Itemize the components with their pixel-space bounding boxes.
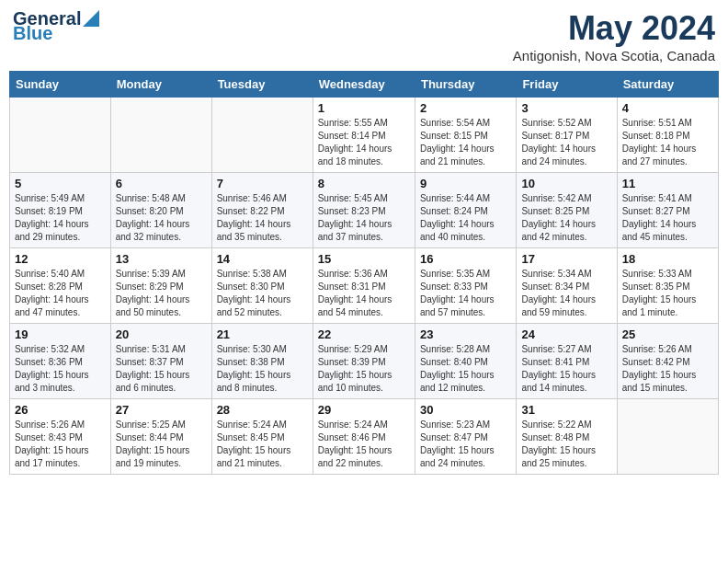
calendar-week-row: 1Sunrise: 5:55 AM Sunset: 8:14 PM Daylig… bbox=[10, 98, 719, 173]
day-number: 30 bbox=[420, 403, 511, 417]
day-number: 19 bbox=[15, 327, 106, 341]
table-row: 24Sunrise: 5:27 AM Sunset: 8:41 PM Dayli… bbox=[517, 324, 617, 399]
col-tuesday: Tuesday bbox=[211, 72, 313, 98]
table-row: 6Sunrise: 5:48 AM Sunset: 8:20 PM Daylig… bbox=[110, 173, 211, 248]
day-number: 6 bbox=[116, 177, 207, 190]
day-number: 26 bbox=[15, 403, 106, 417]
day-info: Sunrise: 5:52 AM Sunset: 8:17 PM Dayligh… bbox=[521, 117, 611, 168]
table-row: 1Sunrise: 5:55 AM Sunset: 8:14 PM Daylig… bbox=[313, 98, 415, 173]
table-row: 4Sunrise: 5:51 AM Sunset: 8:18 PM Daylig… bbox=[617, 98, 718, 173]
day-info: Sunrise: 5:42 AM Sunset: 8:25 PM Dayligh… bbox=[521, 192, 611, 244]
table-row bbox=[211, 98, 313, 173]
day-number: 28 bbox=[217, 403, 308, 417]
day-info: Sunrise: 5:26 AM Sunset: 8:43 PM Dayligh… bbox=[15, 419, 106, 470]
day-info: Sunrise: 5:25 AM Sunset: 8:44 PM Dayligh… bbox=[116, 419, 207, 470]
day-number: 23 bbox=[420, 327, 511, 341]
day-number: 17 bbox=[521, 252, 611, 266]
day-number: 3 bbox=[521, 101, 611, 115]
table-row bbox=[110, 98, 211, 173]
day-info: Sunrise: 5:38 AM Sunset: 8:30 PM Dayligh… bbox=[217, 268, 308, 319]
day-number: 24 bbox=[521, 327, 611, 341]
day-info: Sunrise: 5:24 AM Sunset: 8:46 PM Dayligh… bbox=[318, 419, 410, 470]
table-row: 10Sunrise: 5:42 AM Sunset: 8:25 PM Dayli… bbox=[517, 173, 617, 248]
table-row bbox=[617, 399, 718, 475]
day-info: Sunrise: 5:48 AM Sunset: 8:20 PM Dayligh… bbox=[116, 192, 207, 244]
logo-blue-text: Blue bbox=[13, 24, 99, 42]
day-info: Sunrise: 5:23 AM Sunset: 8:47 PM Dayligh… bbox=[420, 419, 511, 470]
table-row: 31Sunrise: 5:22 AM Sunset: 8:48 PM Dayli… bbox=[517, 399, 617, 475]
col-saturday: Saturday bbox=[617, 72, 718, 98]
calendar-week-row: 26Sunrise: 5:26 AM Sunset: 8:43 PM Dayli… bbox=[10, 399, 719, 475]
table-row: 5Sunrise: 5:49 AM Sunset: 8:19 PM Daylig… bbox=[10, 173, 111, 248]
table-row: 19Sunrise: 5:32 AM Sunset: 8:36 PM Dayli… bbox=[10, 324, 111, 399]
day-number: 22 bbox=[318, 327, 410, 341]
calendar-header-row: Sunday Monday Tuesday Wednesday Thursday… bbox=[10, 72, 719, 98]
day-info: Sunrise: 5:30 AM Sunset: 8:38 PM Dayligh… bbox=[217, 343, 308, 395]
table-row: 30Sunrise: 5:23 AM Sunset: 8:47 PM Dayli… bbox=[415, 399, 516, 475]
day-info: Sunrise: 5:35 AM Sunset: 8:33 PM Dayligh… bbox=[420, 268, 511, 319]
day-number: 31 bbox=[521, 403, 611, 417]
day-number: 10 bbox=[521, 177, 611, 190]
day-number: 7 bbox=[217, 177, 308, 190]
day-info: Sunrise: 5:26 AM Sunset: 8:42 PM Dayligh… bbox=[622, 343, 713, 395]
table-row: 18Sunrise: 5:33 AM Sunset: 8:35 PM Dayli… bbox=[617, 248, 718, 324]
col-wednesday: Wednesday bbox=[313, 72, 415, 98]
day-info: Sunrise: 5:27 AM Sunset: 8:41 PM Dayligh… bbox=[521, 343, 611, 395]
logo: General Blue bbox=[13, 9, 99, 42]
calendar-week-row: 5Sunrise: 5:49 AM Sunset: 8:19 PM Daylig… bbox=[10, 173, 719, 248]
day-number: 2 bbox=[420, 101, 511, 115]
page-header: General Blue May 2024 Antigonish, Nova S… bbox=[9, 9, 719, 63]
day-number: 4 bbox=[622, 101, 713, 115]
day-number: 5 bbox=[15, 177, 106, 190]
day-info: Sunrise: 5:54 AM Sunset: 8:15 PM Dayligh… bbox=[420, 117, 511, 168]
day-number: 21 bbox=[217, 327, 308, 341]
day-number: 1 bbox=[318, 101, 410, 115]
title-area: May 2024 Antigonish, Nova Scotia, Canada bbox=[513, 9, 715, 63]
day-number: 11 bbox=[622, 177, 713, 190]
table-row: 25Sunrise: 5:26 AM Sunset: 8:42 PM Dayli… bbox=[617, 324, 718, 399]
day-info: Sunrise: 5:22 AM Sunset: 8:48 PM Dayligh… bbox=[521, 419, 611, 470]
day-number: 9 bbox=[420, 177, 511, 190]
calendar-title: May 2024 bbox=[513, 9, 715, 48]
day-number: 8 bbox=[318, 177, 410, 190]
table-row: 29Sunrise: 5:24 AM Sunset: 8:46 PM Dayli… bbox=[313, 399, 415, 475]
table-row: 12Sunrise: 5:40 AM Sunset: 8:28 PM Dayli… bbox=[10, 248, 111, 324]
day-number: 16 bbox=[420, 252, 511, 266]
day-number: 18 bbox=[622, 252, 713, 266]
day-info: Sunrise: 5:34 AM Sunset: 8:34 PM Dayligh… bbox=[521, 268, 611, 319]
table-row: 2Sunrise: 5:54 AM Sunset: 8:15 PM Daylig… bbox=[415, 98, 516, 173]
day-number: 12 bbox=[15, 252, 106, 266]
table-row: 23Sunrise: 5:28 AM Sunset: 8:40 PM Dayli… bbox=[415, 324, 516, 399]
col-friday: Friday bbox=[517, 72, 617, 98]
table-row: 14Sunrise: 5:38 AM Sunset: 8:30 PM Dayli… bbox=[211, 248, 313, 324]
table-row: 26Sunrise: 5:26 AM Sunset: 8:43 PM Dayli… bbox=[10, 399, 111, 475]
col-sunday: Sunday bbox=[10, 72, 111, 98]
calendar-location: Antigonish, Nova Scotia, Canada bbox=[513, 48, 715, 63]
day-info: Sunrise: 5:32 AM Sunset: 8:36 PM Dayligh… bbox=[15, 343, 106, 395]
calendar-week-row: 19Sunrise: 5:32 AM Sunset: 8:36 PM Dayli… bbox=[10, 324, 719, 399]
table-row: 13Sunrise: 5:39 AM Sunset: 8:29 PM Dayli… bbox=[110, 248, 211, 324]
day-number: 14 bbox=[217, 252, 308, 266]
day-info: Sunrise: 5:55 AM Sunset: 8:14 PM Dayligh… bbox=[318, 117, 410, 168]
table-row: 22Sunrise: 5:29 AM Sunset: 8:39 PM Dayli… bbox=[313, 324, 415, 399]
day-number: 27 bbox=[116, 403, 207, 417]
day-info: Sunrise: 5:46 AM Sunset: 8:22 PM Dayligh… bbox=[217, 192, 308, 244]
table-row: 21Sunrise: 5:30 AM Sunset: 8:38 PM Dayli… bbox=[211, 324, 313, 399]
day-info: Sunrise: 5:31 AM Sunset: 8:37 PM Dayligh… bbox=[116, 343, 207, 395]
day-info: Sunrise: 5:39 AM Sunset: 8:29 PM Dayligh… bbox=[116, 268, 207, 319]
day-info: Sunrise: 5:49 AM Sunset: 8:19 PM Dayligh… bbox=[15, 192, 106, 244]
table-row: 7Sunrise: 5:46 AM Sunset: 8:22 PM Daylig… bbox=[211, 173, 313, 248]
day-info: Sunrise: 5:51 AM Sunset: 8:18 PM Dayligh… bbox=[622, 117, 713, 168]
table-row: 27Sunrise: 5:25 AM Sunset: 8:44 PM Dayli… bbox=[110, 399, 211, 475]
table-row: 3Sunrise: 5:52 AM Sunset: 8:17 PM Daylig… bbox=[517, 98, 617, 173]
table-row bbox=[10, 98, 111, 173]
table-row: 9Sunrise: 5:44 AM Sunset: 8:24 PM Daylig… bbox=[415, 173, 516, 248]
calendar-table: Sunday Monday Tuesday Wednesday Thursday… bbox=[9, 71, 719, 475]
day-info: Sunrise: 5:36 AM Sunset: 8:31 PM Dayligh… bbox=[318, 268, 410, 319]
day-info: Sunrise: 5:40 AM Sunset: 8:28 PM Dayligh… bbox=[15, 268, 106, 319]
day-info: Sunrise: 5:41 AM Sunset: 8:27 PM Dayligh… bbox=[622, 192, 713, 244]
day-info: Sunrise: 5:28 AM Sunset: 8:40 PM Dayligh… bbox=[420, 343, 511, 395]
table-row: 16Sunrise: 5:35 AM Sunset: 8:33 PM Dayli… bbox=[415, 248, 516, 324]
table-row: 17Sunrise: 5:34 AM Sunset: 8:34 PM Dayli… bbox=[517, 248, 617, 324]
col-thursday: Thursday bbox=[415, 72, 516, 98]
